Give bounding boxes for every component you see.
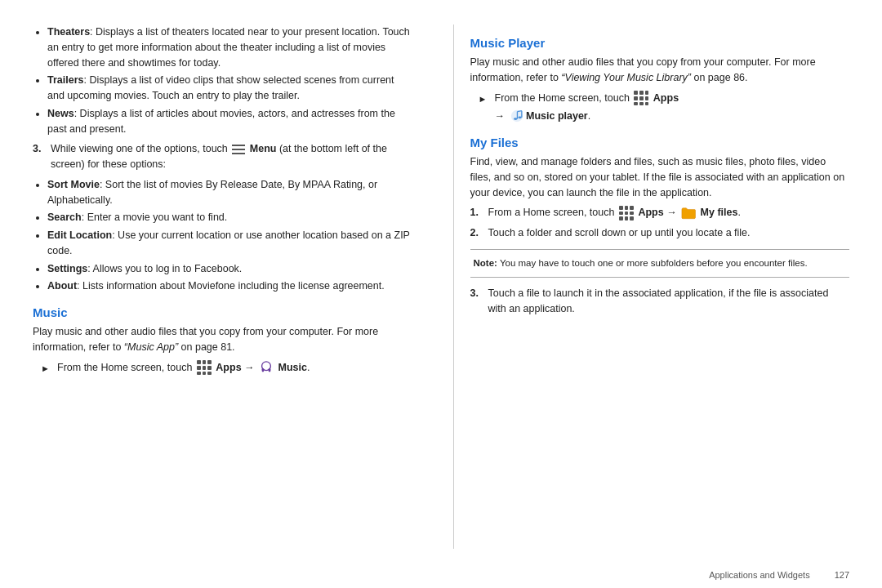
music-period: . [307, 362, 310, 373]
mf-step2: 2. Touch a folder and scroll down or up … [470, 225, 850, 241]
right-column: Music Player Play music and other audio … [453, 24, 850, 549]
mf-step1-content: From a Home screen, touch Apps → My file… [488, 205, 741, 220]
sub-settings: Settings: Allows you to log in to Facebo… [47, 261, 412, 277]
mp-bold-label: Music player [526, 109, 588, 124]
music-apps-label: Apps [216, 362, 241, 373]
sub-about: About: Lists information about Moviefone… [47, 278, 412, 294]
svg-line-8 [517, 111, 521, 112]
music-bold-label: Music [278, 362, 307, 373]
mf-step2-text: Touch a folder and scroll down or up unt… [488, 225, 751, 241]
mp-paragraph: Play music and other audio files that yo… [470, 55, 850, 86]
mp-p1-italic: “Viewing Your Music Library” [561, 72, 691, 83]
music-p1-suffix: on page 81. [178, 341, 235, 353]
music-player-icon [510, 109, 524, 123]
edit-location-label: Edit Location [47, 229, 112, 241]
mf-step1-arrow: → [666, 207, 677, 218]
arrow-symbol: ► [41, 362, 54, 376]
sort-movie-label: Sort Movie [47, 179, 100, 190]
step3-number: 3. [33, 141, 47, 157]
trailers-label: Trailers [47, 74, 83, 86]
settings-label: Settings [47, 263, 87, 274]
mf-step2-number: 2. [470, 225, 485, 241]
music-player-title: Music Player [470, 36, 850, 50]
sub-bullets: Sort Movie: Sort the list of movies By R… [47, 177, 412, 294]
mf-paragraph: Find, view, and manage folders and files… [470, 154, 850, 200]
mf-step3-text: Touch a file to launch it in the associa… [488, 286, 850, 317]
music-headphone-icon [259, 360, 274, 375]
search-text: : Enter a movie you want to find. [82, 212, 228, 223]
note-text: You may have to touch one or more subfol… [497, 258, 808, 268]
step3-content: While viewing one of the options, touch … [51, 141, 412, 172]
sub-sort-movie: Sort Movie: Sort the list of movies By R… [47, 177, 412, 208]
svg-point-5 [518, 117, 522, 119]
mf-step1-number: 1. [470, 205, 485, 220]
svg-rect-1 [262, 368, 265, 372]
mf-step3: 3. Touch a file to launch it in the asso… [470, 286, 850, 317]
my-files-folder-icon [681, 206, 696, 220]
music-arrow-sym: → [244, 362, 255, 373]
bullet-news: News: Displays a list of articles about … [47, 106, 412, 137]
step3-text: While viewing one of the options, touch [51, 143, 228, 154]
bullet-trailers: Trailers: Displays a list of video clips… [47, 73, 412, 104]
mp-arrow-symbol: ► [479, 92, 492, 106]
about-text: : Lists information about Moviefone incl… [77, 280, 385, 292]
mf-step1-period: . [737, 207, 740, 218]
news-text: : Displays a list of articles about movi… [47, 108, 395, 135]
step3-menu-label: Menu [250, 143, 277, 154]
mf-step1: 1. From a Home screen, touch Apps → My f… [470, 205, 850, 220]
music-paragraph: Play music and other audio files that yo… [33, 324, 412, 355]
mf-apps-icon [619, 206, 634, 220]
mp-period: . [588, 109, 590, 124]
mf-step1-prefix: From a Home screen, touch [488, 207, 615, 218]
trailers-text: : Displays a list of video clips that sh… [47, 74, 394, 101]
theaters-text: : Displays a list of theaters located ne… [47, 26, 410, 69]
music-arrow-item: ► From the Home screen, touch Apps → [41, 360, 412, 376]
music-arrow-content: From the Home screen, touch Apps → [57, 360, 310, 376]
menu-icon [232, 145, 245, 154]
mp-arrow-item: ► From the Home screen, touch Apps [479, 91, 850, 106]
mp-apps-label: Apps [653, 92, 679, 104]
mp-sub-arrow-item: → Music player. [495, 109, 850, 124]
music-p1-italic: “Music App” [124, 341, 178, 353]
svg-rect-2 [269, 368, 271, 372]
sub-edit-location: Edit Location: Use your current location… [47, 228, 412, 259]
bullet-theaters: Theaters: Displays a list of theaters lo… [47, 24, 412, 70]
mp-sub-arrow-sym: → [495, 109, 506, 124]
music-arrow-prefix: From the Home screen, touch [57, 362, 192, 373]
step-3: 3. While viewing one of the options, tou… [33, 141, 412, 172]
mp-p1-suffix: on page 86. [691, 72, 748, 83]
news-label: News [47, 108, 74, 119]
mf-step1-files: My files [701, 207, 738, 218]
left-column: Theaters: Displays a list of theaters lo… [33, 24, 429, 549]
mf-step1-apps: Apps [638, 207, 663, 218]
footer-section-label: Applications and Widgets [709, 570, 810, 580]
footer-page-number: 127 [835, 570, 849, 580]
mp-arrow-content: From the Home screen, touch Apps [495, 91, 679, 106]
apps-icon [197, 360, 212, 375]
note-box: Note: You may have to touch one or more … [470, 249, 850, 278]
mp-arrow-prefix: From the Home screen, touch [495, 92, 630, 104]
sub-search: Search: Enter a movie you want to find. [47, 210, 412, 225]
search-label: Search [47, 212, 82, 223]
settings-text: : Allows you to log in to Facebook. [87, 263, 242, 274]
mf-step3-number: 3. [470, 286, 485, 301]
note-label: Note: [474, 258, 497, 268]
my-files-title: My Files [470, 136, 850, 149]
footer: Applications and Widgets 127 [0, 565, 882, 588]
mp-apps-icon [634, 91, 648, 105]
theaters-label: Theaters [47, 26, 90, 38]
about-label: About [47, 280, 77, 292]
music-title: Music [33, 305, 412, 319]
